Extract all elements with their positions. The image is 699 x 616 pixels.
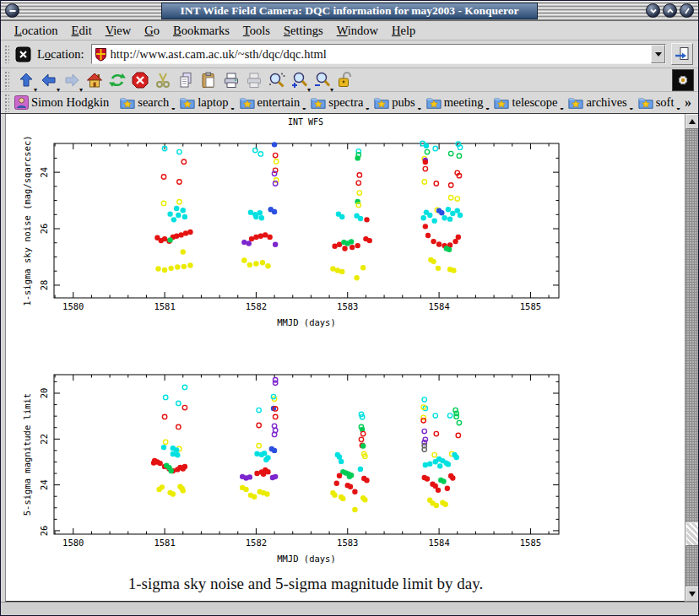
go-button[interactable] (671, 43, 693, 65)
bookmark-label: pubs (392, 95, 415, 110)
up-arrow-icon (17, 71, 35, 89)
bookmark-soft[interactable]: soft▾ (638, 95, 675, 110)
bookmark-dropdown-caret[interactable]: ▾ (560, 105, 563, 110)
bookmark-dropdown-caret[interactable]: ▾ (171, 105, 175, 110)
toolbar-grip[interactable] (4, 94, 9, 112)
bookmark-label: telescope (512, 95, 557, 110)
close-button[interactable] (680, 3, 694, 18)
zoom-out-icon (313, 71, 332, 89)
slash-icon (683, 7, 691, 15)
menu-tools[interactable]: Tools (236, 23, 277, 39)
url-combobox[interactable]: http://www.ast.cam.ac.uk/~sth/dqc/dqc.ht… (91, 44, 666, 64)
print-frame-button[interactable] (242, 69, 265, 91)
window-menu-button[interactable] (5, 3, 19, 18)
bookmark-search[interactable]: search▾ (120, 95, 169, 110)
menu-bookmarks[interactable]: Bookmarks (166, 23, 236, 39)
svg-text:MMJD (days): MMJD (days) (277, 554, 336, 564)
paste-button[interactable] (197, 69, 219, 91)
svg-text:24: 24 (39, 479, 49, 490)
main-toolbar (1, 68, 698, 92)
bookmark-dropdown-caret[interactable]: ▾ (630, 105, 633, 110)
maximize-button[interactable] (663, 3, 677, 18)
svg-text:MMJD (days): MMJD (days) (277, 317, 336, 327)
bookmark-dropdown-caret[interactable]: ▾ (676, 105, 680, 110)
chevron-down-icon (649, 7, 658, 15)
menu-view[interactable]: View (99, 23, 138, 39)
scroll-down-icon (689, 592, 696, 597)
bookmark-laptop[interactable]: laptop▾ (180, 95, 228, 110)
page-heading: INT WFS (6, 117, 605, 127)
bookmark-pubs[interactable]: pubs▾ (374, 95, 415, 110)
menu-location[interactable]: Location (8, 23, 65, 39)
forward-button[interactable] (60, 69, 83, 91)
home-button[interactable] (83, 69, 106, 91)
bookmark-folder-icon (426, 96, 442, 110)
url-dropdown-button[interactable] (651, 45, 665, 63)
home-icon (85, 71, 104, 89)
print-frame-icon (245, 71, 263, 89)
konqueror-logo-button[interactable] (672, 69, 694, 91)
bookmark-label: archives (586, 95, 626, 110)
menu-help[interactable]: Help (385, 23, 422, 39)
bookmark-overflow-chevron[interactable]: » (685, 95, 691, 111)
bookmark-spectra[interactable]: spectra▾ (311, 95, 363, 110)
menu-edit[interactable]: Edit (65, 23, 99, 39)
bookmark-entertain[interactable]: entertain▾ (240, 95, 301, 110)
bookmark-archives[interactable]: archives▾ (568, 95, 626, 110)
zoom-in-icon (290, 71, 309, 89)
scroll-up-button[interactable] (685, 114, 699, 129)
lock-open-icon (336, 71, 355, 89)
figure-caption: 1-sigma sky noise and 5-sigma magnitude … (6, 575, 605, 593)
bookmark-dropdown-caret[interactable]: ▾ (366, 105, 369, 110)
location-label: Location: (37, 47, 84, 62)
bookmark-folder-icon (240, 96, 255, 110)
scrollbar-thumb[interactable] (685, 522, 699, 546)
svg-text:26: 26 (39, 526, 49, 537)
zoom-in-button[interactable] (288, 69, 311, 91)
svg-text:1580: 1580 (62, 538, 84, 548)
toolbar-grip[interactable] (4, 71, 9, 89)
menu-settings[interactable]: Settings (277, 23, 330, 39)
zoom-out-button[interactable] (311, 69, 333, 91)
copy-button[interactable] (174, 69, 197, 91)
toolbar-grip[interactable] (4, 45, 9, 63)
bookmark-simon-hodgkin[interactable]: Simon Hodgkin (14, 95, 109, 110)
clear-location-button[interactable] (14, 46, 32, 63)
stop-icon (131, 71, 149, 89)
up-button[interactable] (14, 69, 37, 91)
svg-text:22: 22 (39, 434, 49, 445)
vertical-scrollbar[interactable] (685, 114, 699, 602)
bookmark-meeting[interactable]: meeting▾ (426, 95, 484, 110)
scrollbar-groove[interactable] (685, 129, 699, 522)
bookmark-label: spectra (328, 95, 363, 110)
url-text[interactable]: http://www.ast.cam.ac.uk/~sth/dqc/dqc.ht… (111, 47, 651, 62)
minimize-button[interactable] (646, 3, 660, 18)
print-button[interactable] (219, 69, 242, 91)
bookmark-dropdown-caret[interactable]: ▾ (302, 105, 306, 110)
bookmark-telescope[interactable]: telescope▾ (494, 95, 557, 110)
bookmark-dropdown-caret[interactable]: ▾ (485, 105, 489, 110)
reload-button[interactable] (106, 69, 128, 91)
magnitude-limit-plot: 15801581158215831584158520222426MMJD (da… (19, 364, 576, 573)
print-icon (222, 71, 241, 89)
bookmark-folder-icon (568, 96, 583, 110)
svg-text:1585: 1585 (520, 538, 541, 548)
cut-button[interactable] (151, 69, 174, 91)
copy-icon (176, 71, 195, 89)
window-titlebar[interactable]: INT Wide Field Camera: DQC information f… (1, 1, 698, 21)
back-button[interactable] (37, 69, 60, 91)
bookmark-dropdown-caret[interactable]: ▾ (231, 105, 235, 110)
user-icon (14, 95, 29, 110)
bookmark-label: soft (656, 95, 675, 110)
minus-icon (8, 7, 17, 15)
scrollbar-groove[interactable] (685, 546, 699, 586)
reload-icon (108, 71, 127, 89)
security-button[interactable] (333, 69, 356, 91)
svg-text:1582: 1582 (246, 538, 267, 548)
menu-go[interactable]: Go (138, 23, 166, 39)
bookmark-dropdown-caret[interactable]: ▾ (418, 105, 421, 110)
find-button[interactable] (265, 69, 288, 91)
menu-window[interactable]: Window (330, 23, 385, 39)
stop-button[interactable] (128, 69, 151, 91)
scroll-down-button[interactable] (685, 586, 699, 602)
